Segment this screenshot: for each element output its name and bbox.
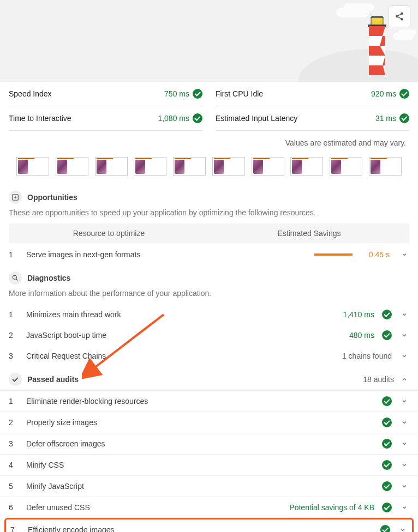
metric-label: Estimated Input Latency	[216, 114, 297, 123]
diagnostics-subtitle: More information about the performance o…	[0, 287, 418, 304]
audit-title: Minify JavaScript	[26, 482, 372, 491]
lighthouse-illustration	[353, 16, 402, 82]
row-number: 3	[9, 352, 16, 360]
row-number: 2	[9, 418, 16, 427]
filmstrip	[0, 153, 418, 185]
row-number: 2	[9, 331, 16, 340]
filmstrip-frame[interactable]	[16, 157, 49, 176]
passed-audits-list: 1Eliminate render-blocking resources2Pro…	[0, 390, 418, 532]
opportunity-row[interactable]: 1 Serve images in next-gen formats 0.45 …	[0, 243, 418, 266]
filmstrip-frame[interactable]	[330, 157, 362, 176]
metrics-grid: Speed Index 750 ms First CPU Idle 920 ms…	[0, 82, 418, 131]
section-title: Diagnostics	[27, 274, 70, 282]
row-number: 4	[9, 461, 16, 469]
passed-audit-row[interactable]: 3Defer offscreen images	[0, 433, 418, 454]
row-number: 3	[9, 439, 16, 448]
svg-rect-9	[371, 17, 383, 25]
row-number: 1	[9, 310, 16, 319]
row-number: 6	[9, 503, 16, 512]
diagnostic-value: 1 chains found	[342, 352, 392, 360]
chevron-down-icon[interactable]	[398, 525, 408, 532]
svg-marker-12	[369, 26, 385, 36]
diagnostic-row[interactable]: 1 Minimizes main thread work 1,410 ms	[0, 304, 418, 325]
savings-value: 0.45 s	[362, 250, 390, 259]
row-number: 7	[10, 525, 18, 532]
pass-icon	[382, 330, 392, 340]
diagnostic-title: Critical Request Chains	[26, 352, 332, 360]
filmstrip-frame[interactable]	[212, 157, 245, 176]
filmstrip-frame[interactable]	[252, 157, 284, 176]
chevron-down-icon[interactable]	[399, 418, 409, 427]
pass-icon	[382, 481, 392, 491]
audit-title: Defer offscreen images	[26, 439, 372, 448]
pass-icon	[193, 89, 202, 99]
chevron-down-icon[interactable]	[399, 396, 409, 406]
diagnostic-row[interactable]: 3 Critical Request Chains 1 chains found	[0, 346, 418, 366]
metric-speed-index: Speed Index 750 ms	[9, 82, 202, 106]
chevron-down-icon[interactable]	[399, 439, 409, 449]
chevron-up-icon[interactable]	[399, 374, 409, 384]
passed-audit-row[interactable]: 2Properly size images	[0, 412, 418, 433]
chevron-down-icon[interactable]	[399, 503, 409, 512]
diagnostic-title: Minimizes main thread work	[26, 310, 333, 319]
chevron-down-icon[interactable]	[399, 351, 409, 361]
savings-bar	[314, 253, 353, 256]
chevron-down-icon[interactable]	[399, 310, 409, 319]
pass-icon	[382, 418, 392, 427]
passed-audit-row[interactable]: 4Minify CSS	[0, 454, 418, 475]
diagnostic-value: 1,410 ms	[343, 310, 374, 319]
metric-label: Time to Interactive	[9, 114, 71, 123]
audit-title: Efficiently encode images	[28, 525, 371, 532]
audit-savings: Potential savings of 4 KB	[289, 503, 374, 512]
chevron-down-icon[interactable]	[399, 250, 409, 259]
chevron-down-icon[interactable]	[399, 460, 409, 470]
chevron-down-icon[interactable]	[399, 481, 409, 491]
metric-label: First CPU Idle	[216, 89, 263, 98]
filmstrip-frame[interactable]	[369, 157, 402, 176]
opportunity-title: Serve images in next-gen formats	[26, 250, 304, 259]
pass-icon	[399, 113, 409, 123]
row-number: 1	[9, 397, 16, 406]
pass-icon	[193, 113, 202, 123]
opportunities-subtitle: These are opportunities to speed up your…	[0, 206, 418, 223]
pass-icon	[382, 396, 392, 406]
audit-count: 18 audits	[363, 375, 394, 384]
audit-title: Defer unused CSS	[26, 503, 279, 512]
svg-point-0	[401, 13, 403, 15]
col-resource: Resource to optimize	[9, 229, 209, 238]
audit-title: Properly size images	[26, 418, 372, 427]
filmstrip-frame[interactable]	[95, 157, 128, 176]
svg-marker-10	[370, 16, 384, 17]
opportunities-columns: Resource to optimize Estimated Savings	[9, 223, 409, 243]
row-number: 5	[9, 482, 16, 491]
passed-audit-row[interactable]: 5Minify JavaScript	[0, 475, 418, 497]
diagnostic-row[interactable]: 2 JavaScript boot-up time 480 ms	[0, 325, 418, 346]
row-number: 1	[9, 250, 16, 259]
estimated-note: Values are estimated and may vary.	[0, 131, 418, 153]
filmstrip-frame[interactable]	[134, 157, 166, 176]
svg-line-19	[16, 279, 18, 281]
filmstrip-frame[interactable]	[56, 157, 88, 176]
audit-title: Minify CSS	[26, 461, 372, 469]
svg-marker-16	[369, 65, 385, 75]
passed-audit-row[interactable]: 7Efficiently encode images	[4, 518, 414, 532]
filmstrip-frame[interactable]	[173, 157, 206, 176]
audit-title: Eliminate render-blocking resources	[26, 397, 372, 406]
filmstrip-frame[interactable]	[290, 157, 323, 176]
metric-value: 920 ms	[371, 89, 409, 99]
metric-label: Speed Index	[9, 89, 52, 98]
section-title: Opportunities	[27, 193, 77, 202]
pass-icon	[382, 310, 392, 319]
passed-audit-row[interactable]: 1Eliminate render-blocking resources	[0, 390, 418, 412]
opportunities-header: Opportunities	[0, 185, 418, 206]
diagnostics-header: Diagnostics	[0, 266, 418, 287]
pass-icon	[382, 460, 392, 470]
metric-first-cpu-idle: First CPU Idle 920 ms	[216, 82, 409, 106]
diagnostic-value: 480 ms	[349, 331, 374, 340]
passed-audit-row[interactable]: 6Defer unused CSSPotential savings of 4 …	[0, 497, 418, 518]
magnify-icon	[9, 271, 22, 285]
metric-time-to-interactive: Time to Interactive 1,080 ms	[9, 106, 202, 131]
passed-audits-header[interactable]: Passed audits 18 audits	[0, 366, 418, 390]
pass-icon	[399, 89, 409, 99]
chevron-down-icon[interactable]	[399, 330, 409, 340]
